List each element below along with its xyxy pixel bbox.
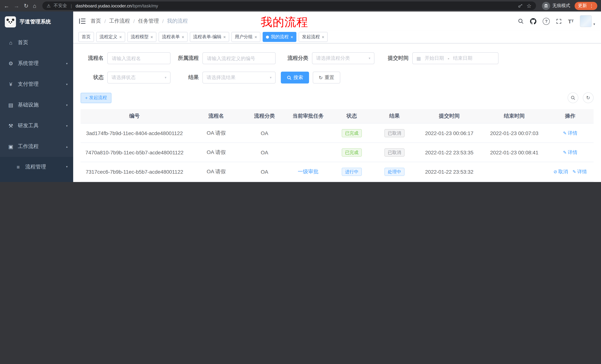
process-name: OA 请假 xyxy=(188,181,244,182)
sidebar-item-infrastructure[interactable]: ▤ 基础设施 ▾ xyxy=(0,95,73,115)
update-button[interactable]: 更新 ⋮ xyxy=(575,2,597,10)
submit-time: 2022-01-22 23:51:15 xyxy=(417,181,482,182)
chevron-down-icon: ▾ xyxy=(66,165,68,168)
home-icon[interactable]: ⌂ xyxy=(33,3,36,9)
breadcrumb-workflow[interactable]: 工作流程 xyxy=(109,18,130,25)
tab-process-form-edit[interactable]: 流程表单-编辑× xyxy=(190,32,229,42)
edit-icon: ✎ xyxy=(563,150,567,155)
forward-icon[interactable]: → xyxy=(14,3,19,9)
cancel-link[interactable]: ⊘取消 xyxy=(553,168,568,175)
status-select[interactable]: 请选择状态▾ xyxy=(107,72,170,84)
page-url[interactable]: dashboard.yudao.iocoder.cn/bpm/task/my xyxy=(76,3,158,8)
tab-process-definition[interactable]: 流程定义× xyxy=(96,32,125,42)
page-header: 首页 / 工作流程 / 任务管理 / 我的流程 我的流程 ? xyxy=(73,11,601,31)
fullscreen-icon[interactable] xyxy=(556,18,562,24)
detail-link[interactable]: ✎详情 xyxy=(563,130,577,136)
gear-icon: ⚙ xyxy=(7,60,14,67)
detail-link[interactable]: ✎详情 xyxy=(563,149,577,156)
sidebar-item-payment[interactable]: ¥ 支付管理 ▾ xyxy=(0,74,73,95)
server-icon: ▤ xyxy=(7,102,14,108)
tags-view-bar: 首页 流程定义× 流程模型× 流程表单× 流程表单-编辑× 用户分组× 我的流程… xyxy=(73,31,601,43)
process-id: 7470a810-7b9b-11ec-b5b7-acde48001122 xyxy=(80,143,188,162)
end-time: 2022-01-23 00:08:41 xyxy=(482,143,547,162)
edit-icon: ✎ xyxy=(563,130,567,136)
submit-time-label: 提交时间 xyxy=(380,55,409,62)
sidebar-item-task-management[interactable]: ⚑ 任务管理 ▴ xyxy=(0,177,73,182)
edit-icon: ✎ xyxy=(572,169,576,174)
current-task-link[interactable]: 一级审批 xyxy=(298,168,319,175)
reload-icon[interactable]: ↻ xyxy=(24,3,28,9)
tab-home[interactable]: 首页 xyxy=(78,32,94,42)
avatar[interactable]: ▾ xyxy=(580,15,595,27)
search-button[interactable]: 搜索 xyxy=(281,72,309,84)
logo-image xyxy=(5,16,16,28)
chevron-up-icon: ▴ xyxy=(66,145,68,148)
start-date-placeholder[interactable]: 开始日期 xyxy=(425,55,444,62)
warning-icon: ⚠ xyxy=(47,3,51,8)
security-label[interactable]: 不安全 xyxy=(54,3,67,9)
current-task xyxy=(285,143,331,162)
process-name-input[interactable] xyxy=(107,52,170,64)
process-table: 编号 流程名 流程分类 当前审批任务 状态 结果 提交时间 结束时间 操作 xyxy=(80,109,594,182)
launch-process-button[interactable]: + 发起流程 xyxy=(80,93,111,103)
search-icon[interactable] xyxy=(518,18,524,24)
plus-icon: + xyxy=(85,95,88,100)
result-label: 结果 xyxy=(170,74,199,81)
divider: | xyxy=(71,3,72,8)
chevron-down-icon: ▾ xyxy=(165,76,166,79)
tab-launch-process[interactable]: 发起流程× xyxy=(299,32,328,42)
category-select[interactable]: 请选择流程分类▾ xyxy=(312,52,374,64)
sidebar-item-devtools[interactable]: ⚒ 研发工具 ▾ xyxy=(0,115,73,136)
address-bar[interactable]: ⚠ 不安全 | dashboard.yudao.iocoder.cn/bpm/t… xyxy=(42,1,536,10)
home-icon: ⌂ xyxy=(7,40,14,46)
password-key-icon[interactable] xyxy=(518,3,523,8)
result-badge: 处理中 xyxy=(384,168,404,176)
active-dot xyxy=(266,35,269,38)
close-icon[interactable]: × xyxy=(182,34,184,39)
browser-menu-icon[interactable]: ⋮ xyxy=(589,3,594,9)
close-icon[interactable]: × xyxy=(290,34,293,39)
tools-icon: ⚒ xyxy=(7,123,14,129)
tab-process-model[interactable]: 流程模型× xyxy=(127,32,156,42)
end-time: 2022-01-23 00:07:03 xyxy=(482,123,547,143)
sidebar-item-system[interactable]: ⚙ 系统管理 ▾ xyxy=(0,53,73,74)
font-size-icon[interactable]: TT xyxy=(568,18,574,24)
close-icon[interactable]: × xyxy=(322,34,324,39)
current-task xyxy=(285,123,331,143)
breadcrumb-task-management[interactable]: 任务管理 xyxy=(138,18,159,25)
status-badge: 进行中 xyxy=(342,168,362,176)
cancel-icon: ⊘ xyxy=(553,169,557,174)
process-definition-input[interactable] xyxy=(202,52,276,64)
reset-button[interactable]: ↻ 重置 xyxy=(313,72,340,84)
close-icon[interactable]: × xyxy=(254,34,257,39)
refresh-icon: ↻ xyxy=(319,75,323,80)
sidebar-item-workflow[interactable]: ▣ 工作流程 ▴ xyxy=(0,136,73,157)
end-date-placeholder[interactable]: 结束日期 xyxy=(453,55,472,62)
back-icon[interactable]: ← xyxy=(4,3,9,9)
close-icon[interactable]: × xyxy=(119,34,122,39)
detail-link[interactable]: ✎详情 xyxy=(572,168,587,175)
close-icon[interactable]: × xyxy=(150,34,153,39)
breadcrumb-home[interactable]: 首页 xyxy=(91,18,101,25)
tab-process-form[interactable]: 流程表单× xyxy=(159,32,188,42)
submit-time-range-picker[interactable]: ▦ 开始日期 - 结束日期 xyxy=(412,52,499,64)
chevron-down-icon: ▾ xyxy=(66,103,68,107)
sidebar-item-home[interactable]: ⌂ 首页 xyxy=(0,32,73,53)
app-logo: 芋道管理系统 xyxy=(0,11,73,32)
close-icon[interactable]: × xyxy=(223,34,226,39)
toggle-search-icon[interactable] xyxy=(568,92,578,103)
collapse-menu-icon[interactable] xyxy=(79,19,85,24)
tab-my-process[interactable]: 我的流程× xyxy=(263,32,296,42)
bookmark-star-icon[interactable]: ☆ xyxy=(527,3,531,9)
list-icon: ≡ xyxy=(15,164,21,170)
chevron-down-icon: ▾ xyxy=(66,62,68,65)
sidebar-item-process-management[interactable]: ≡ 流程管理 ▾ xyxy=(0,157,73,177)
help-icon[interactable]: ? xyxy=(543,18,550,25)
app-title: 芋道管理系统 xyxy=(20,19,51,25)
process-category: OA xyxy=(244,143,285,162)
process-category: OA xyxy=(244,162,285,181)
tab-user-group[interactable]: 用户分组× xyxy=(231,32,260,42)
refresh-table-icon[interactable]: ↻ xyxy=(583,92,594,103)
github-icon[interactable] xyxy=(530,18,536,24)
result-select[interactable]: 请选择流结果▾ xyxy=(202,72,276,84)
